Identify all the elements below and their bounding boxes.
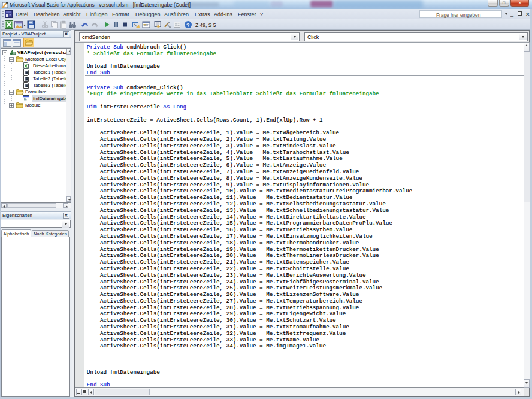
- svg-text:?: ?: [186, 22, 190, 28]
